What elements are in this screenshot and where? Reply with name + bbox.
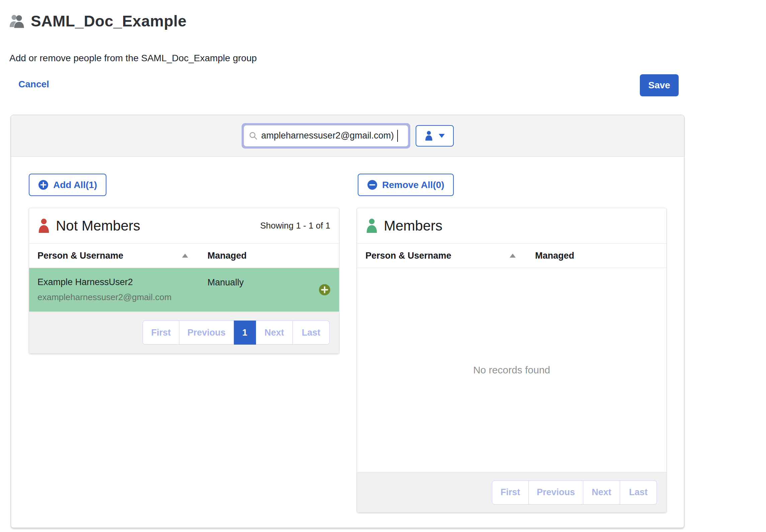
- row-person-cell: Example HarnessUser2 exampleharnessuser2…: [37, 268, 207, 312]
- row-managed-cell: Manually: [207, 268, 319, 312]
- column-person-username[interactable]: Person & Username: [365, 251, 535, 261]
- add-all-label: Add All(1): [53, 180, 97, 190]
- column-person-label: Person & Username: [365, 251, 451, 261]
- remove-all-label: Remove All(0): [382, 180, 444, 190]
- pagination-last-button[interactable]: Last: [620, 480, 657, 505]
- not-members-footer: First Previous 1 Next Last: [29, 312, 339, 353]
- cancel-link[interactable]: Cancel: [18, 79, 49, 90]
- pagination-first-button[interactable]: First: [143, 321, 179, 345]
- search-toolbar: ampleharnessuser2@gmail.com): [11, 115, 684, 157]
- row-add-button[interactable]: [319, 284, 331, 296]
- person-green-icon: [366, 218, 378, 233]
- save-button[interactable]: Save: [640, 74, 679, 96]
- pagination-previous-button[interactable]: Previous: [179, 321, 234, 345]
- members-table-header: Person & Username Managed: [357, 244, 666, 268]
- members-title: Members: [384, 218, 442, 234]
- not-members-header: Not Members Showing 1 - 1 of 1: [29, 208, 339, 244]
- pagination-first-button[interactable]: First: [492, 480, 529, 505]
- search-focus-ring: ampleharnessuser2@gmail.com): [242, 123, 410, 149]
- column-person-username[interactable]: Person & Username: [37, 251, 207, 261]
- members-footer: First Previous Next Last: [357, 472, 666, 512]
- page-header: SAML_Doc_Example: [9, 12, 187, 30]
- sort-ascending-icon: [510, 254, 516, 258]
- not-members-table-header: Person & Username Managed: [29, 244, 339, 268]
- search-input-value: ampleharnessuser2@gmail.com): [261, 130, 394, 141]
- pagination-last-button[interactable]: Last: [293, 321, 330, 345]
- group-membership-page: SAML_Doc_Example Add or remove people fr…: [0, 0, 766, 532]
- members-pagination: First Previous Next Last: [492, 480, 657, 505]
- members-header: Members: [357, 208, 666, 244]
- pagination-page-1-button[interactable]: 1: [234, 321, 256, 345]
- not-members-showing: Showing 1 - 1 of 1: [260, 220, 330, 231]
- minus-circle-icon: [367, 180, 377, 190]
- person-username: exampleharnessuser2@gmail.com: [37, 292, 207, 302]
- not-members-pagination: First Previous 1 Next Last: [143, 321, 330, 345]
- table-row[interactable]: Example HarnessUser2 exampleharnessuser2…: [29, 268, 339, 312]
- not-members-card: Not Members Showing 1 - 1 of 1 Person & …: [29, 208, 339, 354]
- chevron-down-icon: [439, 134, 445, 138]
- membership-panel: ampleharnessuser2@gmail.com) Add All(1): [11, 115, 684, 528]
- search-icon: [249, 131, 258, 141]
- group-icon: [9, 13, 25, 29]
- search-type-dropdown[interactable]: [416, 125, 454, 147]
- page-subtitle: Add or remove people from the SAML_Doc_E…: [9, 53, 257, 64]
- plus-circle-olive-icon: [319, 284, 331, 296]
- not-members-title: Not Members: [56, 218, 140, 234]
- person-icon: [424, 130, 433, 141]
- person-name: Example HarnessUser2: [37, 277, 207, 287]
- column-person-label: Person & Username: [37, 251, 123, 261]
- pagination-next-button[interactable]: Next: [583, 480, 620, 505]
- page-title: SAML_Doc_Example: [31, 12, 187, 30]
- plus-circle-icon: [38, 180, 49, 190]
- add-all-button[interactable]: Add All(1): [29, 174, 106, 196]
- members-card: Members Person & Username Managed No rec…: [357, 208, 667, 513]
- pagination-next-button[interactable]: Next: [256, 321, 293, 345]
- sort-ascending-icon: [182, 254, 188, 258]
- column-managed: Managed: [207, 251, 331, 261]
- search-input[interactable]: ampleharnessuser2@gmail.com): [244, 125, 408, 147]
- text-cursor: [397, 130, 398, 142]
- pagination-previous-button[interactable]: Previous: [529, 480, 583, 505]
- person-red-icon: [38, 218, 50, 233]
- remove-all-button[interactable]: Remove All(0): [358, 174, 454, 196]
- members-empty-state: No records found: [357, 268, 666, 472]
- column-managed: Managed: [535, 251, 658, 261]
